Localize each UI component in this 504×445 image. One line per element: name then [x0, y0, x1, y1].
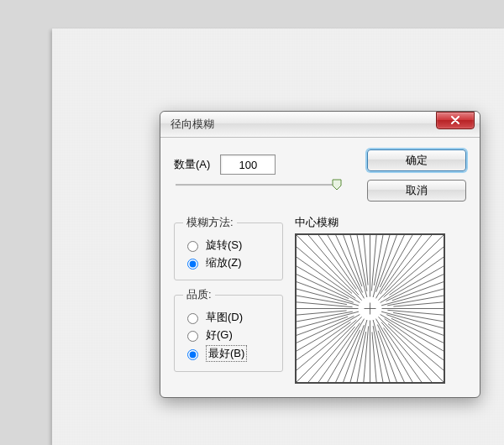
quality-best-radio[interactable]: [187, 349, 198, 360]
svg-line-63: [378, 235, 444, 301]
svg-line-55: [371, 235, 376, 291]
amount-input[interactable]: [220, 154, 276, 175]
amount-slider[interactable]: [176, 178, 337, 191]
slider-thumb[interactable]: [332, 179, 342, 191]
svg-line-45: [297, 235, 362, 301]
svg-line-34: [297, 312, 353, 322]
quality-draft-option[interactable]: 草图(D): [183, 310, 274, 325]
method-spin-option[interactable]: 旋转(S): [183, 238, 274, 253]
ok-button[interactable]: 确定: [367, 149, 466, 171]
close-icon: [450, 116, 460, 124]
amount-label: 数量(A): [174, 157, 210, 172]
method-spin-radio[interactable]: [187, 241, 198, 252]
svg-line-5: [391, 318, 444, 343]
svg-line-46: [308, 235, 359, 295]
svg-line-1: [387, 310, 444, 315]
svg-line-22: [344, 325, 365, 382]
quality-good-radio[interactable]: [187, 331, 198, 342]
quality-group: 品质: 草图(D) 好(G) 最好(B): [174, 287, 283, 372]
quality-best-option[interactable]: 最好(B): [183, 345, 274, 362]
blur-method-group: 模糊方法: 旋转(S) 缩放(Z): [174, 215, 283, 280]
svg-line-70: [387, 296, 444, 306]
quality-draft-label: 草图(D): [206, 310, 243, 325]
svg-line-58: [376, 235, 397, 292]
svg-line-64: [384, 247, 444, 297]
svg-line-28: [297, 320, 356, 370]
close-button[interactable]: [436, 112, 475, 129]
cancel-button[interactable]: 取消: [367, 180, 466, 202]
quality-good-label: 好(G): [206, 327, 233, 343]
svg-line-19: [364, 326, 369, 382]
svg-line-4: [386, 315, 444, 336]
quality-legend: 品质:: [183, 287, 215, 302]
method-spin-label: 旋转(S): [206, 238, 242, 253]
method-zoom-radio[interactable]: [187, 259, 198, 270]
dialog-titlebar[interactable]: 径向模糊: [160, 112, 480, 138]
preview-label: 中心模糊: [295, 215, 466, 230]
dialog-title: 径向模糊: [171, 117, 436, 132]
svg-line-40: [297, 282, 354, 303]
quality-best-label: 最好(B): [206, 345, 247, 362]
quality-good-option[interactable]: 好(G): [183, 327, 274, 343]
svg-line-9: [378, 317, 444, 382]
method-zoom-label: 缩放(Z): [206, 255, 242, 270]
method-zoom-option[interactable]: 缩放(Z): [183, 255, 274, 270]
svg-line-52: [357, 235, 367, 291]
svg-line-41: [297, 275, 349, 299]
svg-line-23: [336, 330, 360, 382]
blur-method-legend: 模糊方法:: [183, 215, 237, 230]
svg-line-27: [297, 317, 362, 382]
quality-draft-radio[interactable]: [187, 313, 198, 324]
blur-center-preview[interactable]: [295, 233, 445, 384]
svg-line-37: [297, 302, 353, 307]
svg-line-59: [380, 235, 404, 287]
radial-blur-dialog: 径向模糊 数量(A): [160, 111, 480, 398]
svg-line-10: [381, 322, 432, 382]
slider-track: [176, 184, 337, 186]
svg-line-16: [373, 326, 383, 382]
